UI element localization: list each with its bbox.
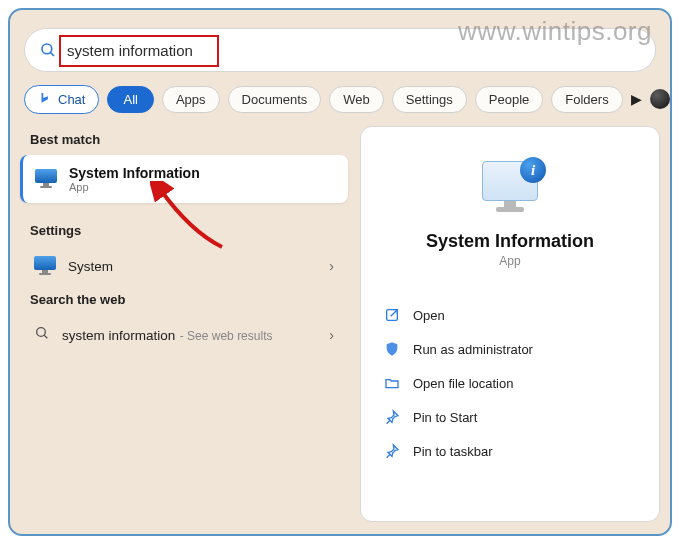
tab-people[interactable]: People bbox=[475, 86, 543, 113]
tab-folders[interactable]: Folders bbox=[551, 86, 622, 113]
tab-settings[interactable]: Settings bbox=[392, 86, 467, 113]
svg-line-3 bbox=[44, 335, 47, 338]
tab-label: Settings bbox=[406, 92, 453, 107]
svg-line-1 bbox=[50, 52, 54, 56]
best-match-result[interactable]: System Information App bbox=[20, 155, 348, 203]
search-icon bbox=[34, 325, 50, 345]
app-type: App bbox=[499, 254, 520, 268]
app-name: System Information bbox=[426, 231, 594, 252]
search-input[interactable] bbox=[67, 42, 641, 59]
action-label: Run as administrator bbox=[413, 342, 533, 357]
system-information-icon bbox=[35, 169, 57, 189]
svg-point-2 bbox=[37, 328, 46, 337]
shield-icon bbox=[383, 340, 401, 358]
results-left: Best match System Information App Settin… bbox=[20, 126, 348, 522]
action-open-location[interactable]: Open file location bbox=[377, 366, 643, 400]
user-avatar[interactable] bbox=[650, 89, 670, 109]
tab-label: Documents bbox=[242, 92, 308, 107]
bing-chat-icon bbox=[38, 91, 52, 108]
chevron-right-icon: › bbox=[329, 258, 334, 274]
search-bar[interactable] bbox=[24, 28, 656, 72]
result-title: System Information bbox=[69, 165, 200, 181]
action-label: Pin to taskbar bbox=[413, 444, 493, 459]
tab-web[interactable]: Web bbox=[329, 86, 384, 113]
tab-label: Folders bbox=[565, 92, 608, 107]
pin-icon bbox=[383, 442, 401, 460]
pin-icon bbox=[383, 408, 401, 426]
tabs-right: ··· bbox=[650, 84, 672, 114]
tab-label: Apps bbox=[176, 92, 206, 107]
tab-documents[interactable]: Documents bbox=[228, 86, 322, 113]
tab-apps[interactable]: Apps bbox=[162, 86, 220, 113]
web-result-item[interactable]: system information - See web results › bbox=[20, 315, 348, 355]
tab-label: Chat bbox=[58, 92, 85, 107]
action-label: Open file location bbox=[413, 376, 513, 391]
action-list: Open Run as administrator Open file loca… bbox=[377, 298, 643, 468]
result-subtitle: App bbox=[69, 181, 200, 193]
details-panel: i System Information App Open Run as adm… bbox=[360, 126, 660, 522]
more-tabs-icon[interactable]: ▶ bbox=[631, 91, 642, 107]
search-window: www.wintips.org Chat All Apps Documents … bbox=[8, 8, 672, 536]
display-icon bbox=[34, 256, 56, 276]
tab-label: Web bbox=[343, 92, 370, 107]
search-web-heading: Search the web bbox=[20, 286, 348, 315]
open-icon bbox=[383, 306, 401, 324]
tab-chat[interactable]: Chat bbox=[24, 85, 99, 114]
action-run-admin[interactable]: Run as administrator bbox=[377, 332, 643, 366]
search-icon bbox=[39, 41, 57, 59]
list-item-label: System bbox=[68, 259, 113, 274]
list-item-suffix: - See web results bbox=[180, 329, 273, 343]
action-label: Pin to Start bbox=[413, 410, 477, 425]
action-label: Open bbox=[413, 308, 445, 323]
action-open[interactable]: Open bbox=[377, 298, 643, 332]
action-pin-taskbar[interactable]: Pin to taskbar bbox=[377, 434, 643, 468]
tab-all[interactable]: All bbox=[107, 86, 153, 113]
folder-icon bbox=[383, 374, 401, 392]
best-match-heading: Best match bbox=[20, 126, 348, 155]
filter-tabs: Chat All Apps Documents Web Settings Peo… bbox=[10, 82, 670, 126]
list-item-label: system information bbox=[62, 328, 175, 343]
settings-heading: Settings bbox=[20, 217, 348, 246]
chevron-right-icon: › bbox=[329, 327, 334, 343]
app-hero: i System Information App bbox=[377, 149, 643, 286]
results-body: Best match System Information App Settin… bbox=[10, 126, 670, 532]
settings-item-system[interactable]: System › bbox=[20, 246, 348, 286]
tab-label: All bbox=[123, 92, 137, 107]
svg-point-0 bbox=[42, 44, 52, 54]
system-information-large-icon: i bbox=[474, 157, 546, 217]
action-pin-start[interactable]: Pin to Start bbox=[377, 400, 643, 434]
tab-label: People bbox=[489, 92, 529, 107]
